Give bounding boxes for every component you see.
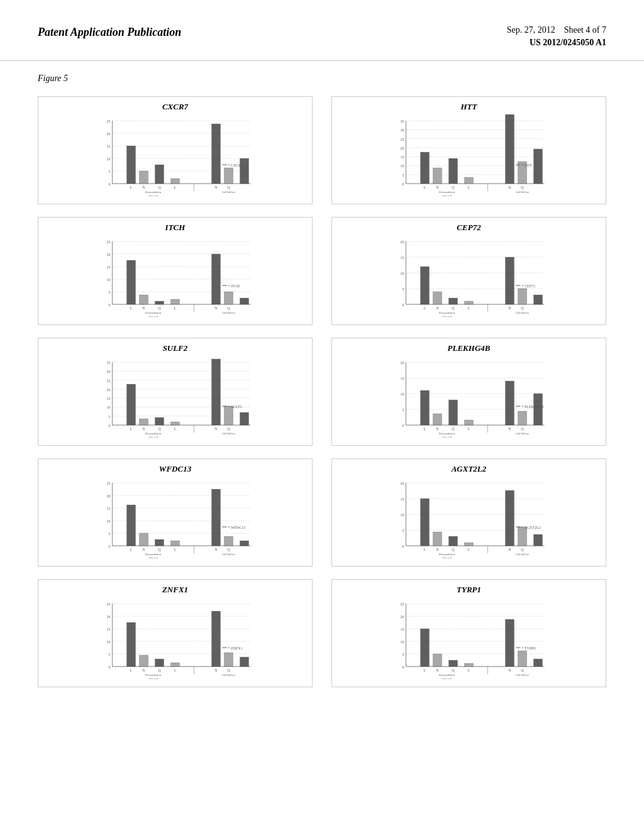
chart-title: AGXT2L2 — [338, 464, 599, 474]
svg-text:L: L — [130, 306, 133, 310]
svg-text:10: 10 — [401, 640, 404, 644]
svg-text:10: 10 — [107, 519, 111, 523]
svg-rect-249 — [449, 536, 458, 546]
chart-title: WFDC13 — [45, 464, 306, 474]
svg-rect-253 — [534, 534, 543, 546]
chart-cep72: CEP7205101520LNQLNQDoxorubicinaffected5x… — [331, 217, 606, 325]
svg-rect-115 — [421, 267, 430, 304]
svg-text:5: 5 — [402, 653, 404, 656]
svg-text:0: 0 — [109, 545, 111, 548]
svg-text:Q: Q — [452, 668, 455, 672]
svg-text:Q: Q — [227, 668, 230, 672]
svg-text:Doxorubicin: Doxorubicin — [439, 432, 455, 435]
svg-text:N: N — [436, 427, 439, 431]
svg-rect-315 — [449, 660, 458, 667]
svg-text:* AGXT2L2: * AGXT2L2 — [522, 526, 541, 529]
svg-rect-116 — [433, 292, 442, 304]
svg-text:5xFAD/wt: 5xFAD/wt — [516, 311, 530, 314]
svg-text:20: 20 — [107, 615, 111, 619]
svg-text:* CXCR7: * CXCR7 — [228, 163, 243, 167]
svg-text:N: N — [142, 185, 145, 189]
svg-text:5: 5 — [109, 653, 111, 656]
svg-rect-251 — [506, 490, 514, 546]
svg-text:Q: Q — [521, 548, 524, 551]
svg-text:20: 20 — [107, 132, 111, 136]
svg-text:10: 10 — [107, 406, 111, 409]
svg-text:20: 20 — [107, 388, 111, 392]
svg-text:Q: Q — [227, 185, 230, 189]
svg-text:Doxorubicin: Doxorubicin — [145, 553, 162, 556]
svg-text:Q: Q — [227, 548, 230, 551]
svg-text:Q: Q — [158, 548, 161, 551]
svg-rect-84 — [127, 260, 136, 304]
svg-text:L: L — [174, 427, 177, 431]
chart-svg: 05101520LNQLNQDoxorubicinaffected5xFAD/w… — [338, 477, 599, 558]
svg-text:L: L — [174, 548, 177, 551]
svg-text:affected: affected — [441, 677, 452, 679]
svg-text:15: 15 — [107, 628, 111, 631]
svg-text:25: 25 — [107, 602, 111, 606]
svg-rect-158 — [240, 412, 249, 425]
svg-text:0: 0 — [109, 665, 111, 669]
svg-text:L: L — [424, 548, 426, 551]
svg-text:N: N — [142, 668, 145, 672]
svg-text:* ZNFX1: * ZNFX1 — [228, 646, 243, 650]
chart-svg: 0510152025LNQLNQDoxorubicinaffected5xFAD… — [45, 597, 306, 679]
svg-text:25: 25 — [107, 482, 111, 485]
svg-text:0: 0 — [402, 303, 404, 307]
svg-rect-318 — [518, 651, 527, 667]
svg-text:15: 15 — [401, 256, 404, 260]
chart-area: 0510152025LNQLNQDoxorubicinaffected5xFAD… — [338, 597, 599, 682]
svg-text:N: N — [214, 185, 218, 189]
svg-rect-119 — [506, 257, 514, 304]
publication-title: Patent Application Publication — [38, 25, 181, 40]
svg-text:25: 25 — [401, 602, 404, 606]
svg-text:Q: Q — [521, 668, 524, 672]
svg-rect-55 — [506, 114, 514, 184]
svg-text:20: 20 — [401, 482, 404, 485]
svg-text:affected: affected — [441, 436, 452, 438]
svg-rect-185 — [449, 400, 458, 425]
svg-rect-189 — [534, 394, 543, 425]
chart-row-2: ITCH0510152025LNQLNQDoxorubicinaffected5… — [38, 217, 606, 325]
chart-title: PLEKHG4B — [338, 343, 599, 353]
page: Patent Application Publication Sep. 27, … — [0, 0, 644, 830]
svg-rect-184 — [433, 414, 442, 425]
svg-rect-153 — [140, 419, 148, 425]
chart-tyrp1: TYRP10510152025LNQLNQDoxorubicinaffected… — [331, 579, 606, 687]
svg-text:affected: affected — [441, 556, 452, 558]
charts-container: CXCR70510152025LNQLNQDoxorubicinaffected… — [0, 90, 644, 719]
chart-svg: 05101520253035LNQLNQDoxorubicinaffected5… — [45, 356, 306, 438]
svg-text:L: L — [468, 668, 470, 672]
svg-rect-15 — [140, 171, 148, 184]
chart-area: 05101520253035LNQLNQDoxorubicinaffected5… — [338, 114, 599, 199]
svg-text:35: 35 — [401, 119, 404, 123]
chart-title: CEP72 — [338, 223, 599, 233]
svg-text:25: 25 — [107, 240, 111, 244]
svg-rect-218 — [155, 540, 164, 546]
svg-rect-85 — [140, 295, 148, 304]
svg-text:L: L — [174, 185, 177, 189]
svg-text:Doxorubicin: Doxorubicin — [439, 311, 455, 314]
svg-text:* TYRP1: * TYRP1 — [522, 646, 536, 650]
svg-text:Q: Q — [452, 427, 455, 431]
svg-text:Q: Q — [227, 427, 230, 431]
svg-text:affected: affected — [148, 677, 158, 679]
svg-text:5xFAD/wt: 5xFAD/wt — [222, 673, 236, 677]
svg-text:Q: Q — [158, 306, 161, 310]
chart-title: CXCR7 — [45, 102, 306, 112]
header-info: Sep. 27, 2012 Sheet 4 of 7 US 2012/02450… — [507, 25, 606, 48]
svg-text:N: N — [508, 548, 511, 551]
svg-rect-121 — [534, 295, 543, 304]
chart-title: HTT — [338, 102, 599, 112]
chart-area: 0510152025LNQLNQDoxorubicinaffected5xFAD… — [45, 235, 306, 319]
patent-number: US 2012/0245050 A1 — [530, 38, 606, 48]
svg-text:15: 15 — [107, 265, 111, 269]
svg-text:35: 35 — [107, 361, 111, 365]
svg-rect-187 — [506, 381, 514, 425]
svg-text:20: 20 — [107, 253, 111, 257]
svg-text:10: 10 — [107, 640, 111, 644]
svg-text:0: 0 — [109, 424, 111, 428]
svg-text:Doxorubicin: Doxorubicin — [145, 432, 162, 435]
svg-rect-87 — [171, 299, 180, 304]
